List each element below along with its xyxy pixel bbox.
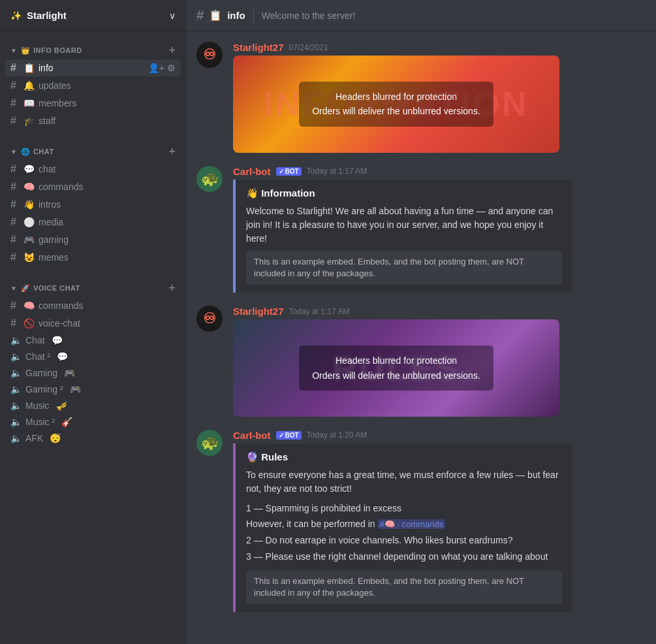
rules-list: 1 — Spamming is prohibited in excess How… xyxy=(246,501,562,564)
message-content-2: Carl-bot ✓ BOT Today at 1:17 AM 👋 Inform… xyxy=(233,166,646,293)
section-add-voice-chat[interactable]: + xyxy=(168,282,176,294)
channel-item-info[interactable]: # 📋 info 👤+ ⚙ xyxy=(5,59,181,76)
channel-item-vc-voice-chat[interactable]: # 🚫 voice-chat xyxy=(5,315,181,332)
sidebar: ✨ Starlight ∨ ▼ 👑 INFO BOARD + # 📋 info … xyxy=(0,0,186,644)
channel-icons-info: 👤+ ⚙ xyxy=(148,63,176,73)
channel-emoji-staff: 🎓 xyxy=(23,116,35,126)
section-icon-voice-chat: 🚀 xyxy=(21,284,31,293)
voice-channel-gaming[interactable]: 🔈 Gaming 🎮 xyxy=(5,365,181,381)
section-info-board: ▼ 👑 INFO BOARD + # 📋 info 👤+ ⚙ # 🔔 updat… xyxy=(0,31,186,133)
message-header-2: Carl-bot ✓ BOT Today at 1:17 AM xyxy=(233,166,646,177)
server-header-left: ✨ Starlight xyxy=(10,10,67,21)
settings-icon[interactable]: ⚙ xyxy=(167,63,176,73)
avatar-carlbot-2: 🐢 xyxy=(196,430,223,456)
channel-name-media: media xyxy=(39,217,63,227)
message-author-1: Starlight27 xyxy=(233,42,284,53)
voice-channel-chat[interactable]: 🔈 Chat 💬 xyxy=(5,332,181,348)
channel-emoji-updates: 🔔 xyxy=(23,80,35,91)
channel-item-staff[interactable]: # 🎓 staff xyxy=(5,112,181,129)
speaker-icon: 🔈 xyxy=(10,400,22,411)
add-member-icon[interactable]: 👤+ xyxy=(148,63,164,73)
channel-item-memes[interactable]: # 😺 memes xyxy=(5,249,181,266)
voice-channel-music[interactable]: 🔈 Music 🎺 xyxy=(5,398,181,413)
channel-hash-icon: # xyxy=(10,216,20,228)
channel-ref-commands[interactable]: #🧠 · commands xyxy=(378,519,446,529)
embed-information: 👋 Information Welcome to Starlight! We a… xyxy=(233,180,572,293)
header-hash-icon: # xyxy=(196,8,204,23)
voice-channel-chat2[interactable]: 🔈 Chat ² 💬 xyxy=(5,349,181,364)
section-header-voice-chat[interactable]: ▼ 🚀 VOICE CHAT + xyxy=(5,280,181,297)
voice-channel-name-gaming2: Gaming ² xyxy=(25,384,63,394)
server-icon: ✨ xyxy=(10,10,22,21)
voice-channel-name-chat: Chat xyxy=(25,335,45,346)
checkmark-icon: ✓ xyxy=(279,168,284,175)
speaker-icon: 🔈 xyxy=(10,368,22,378)
voice-channel-music2[interactable]: 🔈 Music ² 🎸 xyxy=(5,414,181,430)
message-group-1: ♾ Starlight27 07/24/2021 INFORMATION Hea… xyxy=(196,42,646,153)
messages-container[interactable]: ♾ Starlight27 07/24/2021 INFORMATION Hea… xyxy=(186,31,656,644)
channel-emoji-media: ⚪ xyxy=(23,217,35,227)
speaker-icon: 🔈 xyxy=(10,351,22,362)
afk-icon-vc: 😴 xyxy=(50,433,61,443)
channel-name-intros: intros xyxy=(39,199,61,210)
server-chevron-icon[interactable]: ∨ xyxy=(169,10,176,21)
voice-channel-afk[interactable]: 🔈 AFK 😴 xyxy=(5,430,181,446)
channel-item-updates[interactable]: # 🔔 updates xyxy=(5,77,181,94)
rule-1: 1 — Spamming is prohibited in excess xyxy=(246,501,562,515)
chat-icon-vc: 💬 xyxy=(52,335,63,346)
message-header-3: Starlight27 Today at 1:17 AM xyxy=(233,306,646,317)
checkmark-icon-2: ✓ xyxy=(279,432,284,439)
section-add-info-board[interactable]: + xyxy=(168,44,176,56)
section-add-chat[interactable]: + xyxy=(168,146,176,157)
rule-3: 3 — Please use the right channel dependi… xyxy=(246,549,562,564)
section-caret-voice-chat: ▼ xyxy=(10,285,17,292)
voice-channel-name-afk: AFK xyxy=(25,433,43,443)
server-header[interactable]: ✨ Starlight ∨ xyxy=(0,0,186,31)
blur-overlay-1: Headers blurred for protectionOrders wil… xyxy=(299,82,493,127)
channel-emoji-commands: 🧠 xyxy=(23,182,35,192)
rule-2: 2 — Do not earrape in voice channels. Wh… xyxy=(246,533,562,547)
rule-1-note: However, it can be performed in #🧠 · com… xyxy=(246,517,562,532)
section-header-info-board[interactable]: ▼ 👑 INFO BOARD + xyxy=(5,42,181,59)
header-divider xyxy=(253,8,254,24)
channel-emoji-intros: 👋 xyxy=(23,199,35,210)
avatar-starlight27-2: ♾ xyxy=(196,306,223,332)
section-caret-chat: ▼ xyxy=(10,148,17,155)
embed-title-rules: 🔮 Rules xyxy=(246,451,562,463)
channel-hash-icon: # xyxy=(10,181,20,193)
channel-emoji-info: 📋 xyxy=(23,63,35,73)
channel-item-intros[interactable]: # 👋 intros xyxy=(5,196,181,213)
channel-emoji-vc-voice-chat: 🚫 xyxy=(23,318,35,329)
avatar-starlight27-1: ♾ xyxy=(196,42,223,68)
channel-hash-icon: # xyxy=(10,163,20,175)
channel-name-members: members xyxy=(39,98,76,108)
channel-item-chat[interactable]: # 💬 chat xyxy=(5,161,181,178)
embed-desc-information: Welcome to Starlight! We are all about h… xyxy=(246,204,562,246)
header-channel-emoji: 📋 xyxy=(209,9,222,22)
channel-name-updates: updates xyxy=(39,80,71,91)
channel-item-members[interactable]: # 📖 members xyxy=(5,95,181,112)
channel-item-commands[interactable]: # 🧠 commands xyxy=(5,178,181,195)
message-timestamp-3: Today at 1:17 AM xyxy=(289,307,350,316)
message-timestamp-1: 07/24/2021 xyxy=(289,43,328,52)
channel-emoji-vc-commands: 🧠 xyxy=(23,300,35,311)
message-group-2: 🐢 Carl-bot ✓ BOT Today at 1:17 AM 👋 Info… xyxy=(196,166,646,293)
section-caret-info-board: ▼ xyxy=(10,47,17,54)
section-chat: ▼ 🌐 CHAT + # 💬 chat # 🧠 commands # 👋 int… xyxy=(0,133,186,269)
channel-emoji-gaming: 🎮 xyxy=(23,234,35,245)
embed-title-information: 👋 Information xyxy=(246,187,562,199)
voice-channel-gaming2[interactable]: 🔈 Gaming ² 🎮 xyxy=(5,381,181,397)
music-icon-vc: 🎺 xyxy=(56,400,67,411)
channel-name-vc-commands: commands xyxy=(39,300,83,311)
message-header-4: Carl-bot ✓ BOT Today at 1:20 AM xyxy=(233,430,646,441)
section-header-chat[interactable]: ▼ 🌐 CHAT + xyxy=(5,143,181,160)
section-title-voice-chat: ▼ 🚀 VOICE CHAT xyxy=(10,284,80,293)
channel-item-vc-commands[interactable]: # 🧠 commands xyxy=(5,297,181,314)
channel-hash-icon: # xyxy=(10,234,20,246)
message-timestamp-2: Today at 1:17 AM xyxy=(307,167,367,176)
embed-note-information: This is an example embed. Embeds, and th… xyxy=(246,251,562,285)
channel-item-gaming[interactable]: # 🎮 gaming xyxy=(5,231,181,248)
channel-hash-icon: # xyxy=(10,317,20,329)
channel-item-media[interactable]: # ⚪ media xyxy=(5,214,181,231)
message-author-carlbot-1: Carl-bot xyxy=(233,166,271,177)
